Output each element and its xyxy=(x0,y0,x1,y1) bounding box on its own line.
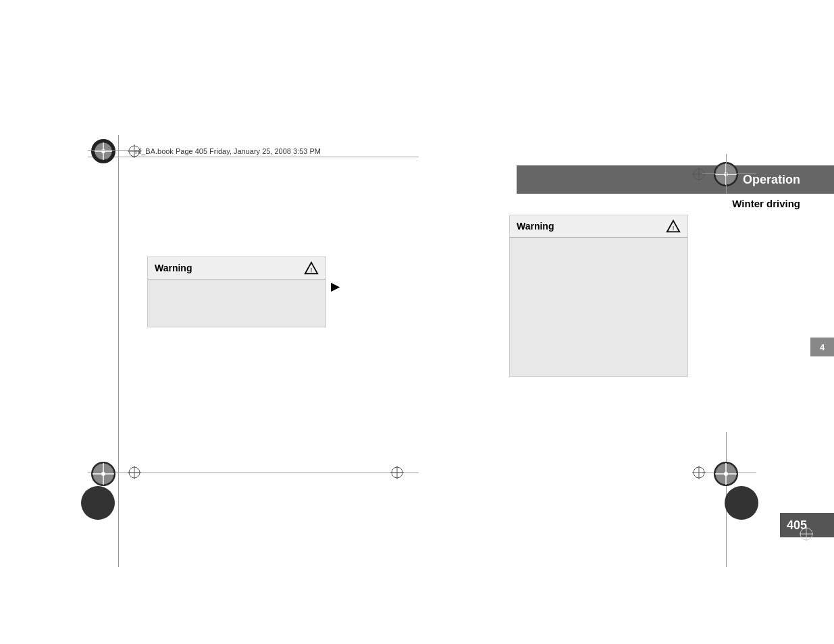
warning-icon-right: ! xyxy=(666,219,681,233)
reg-hline-tl xyxy=(88,150,142,151)
svg-text:!: ! xyxy=(673,225,675,232)
large-circle-br xyxy=(725,486,758,520)
warning-content-left xyxy=(148,279,325,327)
reg-crosshair-br-inner xyxy=(692,466,706,479)
reg-crosshair-bl xyxy=(91,462,115,486)
page-tab-number: 4 xyxy=(820,342,825,352)
warning-header-right: Warning ! xyxy=(510,215,687,238)
warning-icon-left: ! xyxy=(304,261,319,275)
reg-hline-tr xyxy=(702,173,756,174)
warning-title-left: Warning xyxy=(155,263,192,273)
reg-crosshair-br xyxy=(714,462,738,486)
warning-box-left: Warning ! xyxy=(147,257,326,327)
large-circle-bl xyxy=(81,486,115,520)
warning-content-right xyxy=(510,238,687,376)
reg-crosshair-bl-inner xyxy=(128,466,141,479)
reg-crosshair-tl xyxy=(93,141,113,161)
reg-crosshair-bc-inner xyxy=(390,466,404,479)
reg-crosshair-tr-inner xyxy=(692,167,706,181)
winter-driving-label: Winter driving xyxy=(732,198,800,209)
bottom-left-vline xyxy=(118,432,119,567)
svg-point-22 xyxy=(101,472,105,476)
file-info: nf_BA.book Page 405 Friday, January 25, … xyxy=(135,147,321,155)
reg-vline-tr xyxy=(726,154,727,194)
warning-title-right: Warning xyxy=(517,221,554,232)
operation-bar: Operation xyxy=(517,165,834,194)
warning-box-right: Warning ! xyxy=(509,215,688,377)
reg-crosshair-page-num xyxy=(799,527,814,541)
warning-header-left: Warning ! xyxy=(148,257,325,279)
page-tab-4: 4 xyxy=(810,338,834,356)
reg-crosshair-tl-inner xyxy=(128,144,141,158)
winter-driving-bar: Winter driving xyxy=(577,194,834,213)
svg-text:!: ! xyxy=(311,267,313,273)
operation-label: Operation xyxy=(743,173,800,187)
svg-point-32 xyxy=(724,472,728,476)
continuation-arrow: ▶ xyxy=(331,280,339,293)
